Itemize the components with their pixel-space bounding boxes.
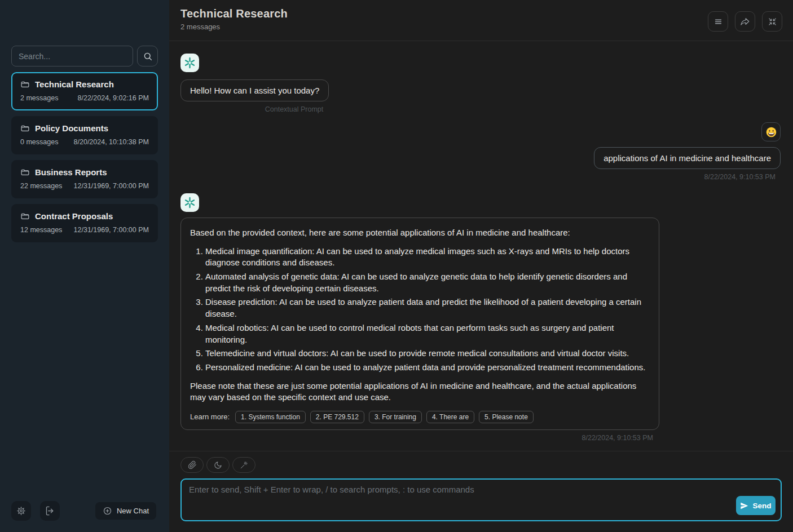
search-icon — [143, 51, 153, 61]
new-chat-button[interactable]: New Chat — [95, 502, 156, 520]
folder-icon — [20, 167, 30, 177]
message-input[interactable] — [182, 480, 781, 520]
chat-item-policy-documents[interactable]: Policy Documents 0 messages 8/20/2024, 1… — [11, 116, 158, 154]
chat-message-area: Hello! How can I assist you today? Conte… — [169, 41, 793, 451]
reply-outro: Please note that these are just some pot… — [190, 380, 650, 404]
reply-intro: Based on the provided context, here are … — [190, 227, 650, 239]
chat-title: Policy Documents — [35, 123, 108, 133]
collapse-button[interactable] — [762, 11, 782, 32]
learn-more-chip-1[interactable]: 1. Systems function — [235, 411, 306, 423]
assistant-avatar — [180, 54, 199, 72]
chat-item-meta: 22 messages 12/31/1969, 7:00:00 PM — [20, 182, 149, 190]
app-window: Technical Research 2 messages 8/22/2024,… — [0, 0, 793, 532]
chat-message-count: 2 messages — [20, 94, 58, 102]
learn-more-label: Learn more: — [190, 412, 230, 422]
page-subtitle: 2 messages — [180, 23, 793, 31]
chat-item-header: Business Reports — [20, 167, 149, 177]
menu-button[interactable] — [708, 11, 728, 32]
assistant-greeting-bubble: Hello! How can I assist you today? — [180, 79, 329, 101]
chat-message-count: 12 messages — [20, 226, 62, 234]
user-avatar-button[interactable] — [761, 122, 781, 141]
chat-item-header: Policy Documents — [20, 123, 149, 133]
chat-list: Technical Research 2 messages 8/22/2024,… — [11, 72, 158, 242]
page-title: Technical Research — [180, 7, 793, 20]
hamburger-menu-icon — [713, 17, 723, 26]
sidebar-search-row — [11, 46, 158, 66]
conversation-header: Technical Research 2 messages — [169, 0, 793, 41]
reply-list-item: Medical image quantification: AI can be … — [205, 246, 650, 269]
header-actions — [708, 11, 782, 32]
assistant-reply-bubble: Based on the provided context, here are … — [180, 218, 659, 430]
attach-button[interactable] — [180, 457, 204, 473]
learn-more-chip-4[interactable]: 4. There are — [426, 411, 474, 423]
sidebar-footer: New Chat — [0, 501, 169, 532]
assistant-message-reply: Based on the provided context, here are … — [180, 193, 782, 442]
openai-logo-icon — [183, 56, 196, 69]
chat-title: Business Reports — [35, 167, 107, 177]
chat-timestamp: 12/31/1969, 7:00:00 PM — [74, 182, 149, 190]
assistant-avatar — [180, 193, 199, 212]
assistant-reply-timestamp: 8/22/2024, 9:10:53 PM — [180, 434, 659, 442]
chat-item-business-reports[interactable]: Business Reports 22 messages 12/31/1969,… — [11, 160, 158, 198]
reply-list-item: Personalized medicine: AI can be used to… — [205, 362, 650, 374]
folder-icon — [20, 123, 30, 133]
logout-icon — [45, 506, 55, 516]
new-chat-label: New Chat — [117, 507, 149, 515]
grinning-emoji-icon — [765, 126, 777, 138]
plus-circle-icon — [103, 506, 112, 516]
paperclip-icon — [188, 460, 197, 469]
search-button[interactable] — [137, 46, 158, 66]
compress-arrows-icon — [768, 17, 777, 26]
reply-list-item: Disease prediction: AI can be used to an… — [205, 296, 650, 320]
chat-item-meta: 0 messages 8/20/2024, 10:10:38 PM — [20, 138, 149, 146]
share-icon — [740, 16, 750, 26]
chat-item-header: Technical Research — [20, 79, 149, 89]
contextual-prompt-label: Contextual Prompt — [180, 105, 329, 113]
user-message-timestamp: 8/22/2024, 9:10:53 PM — [704, 173, 781, 181]
main-panel: Technical Research 2 messages — [169, 0, 793, 532]
learn-more-chip-3[interactable]: 3. For training — [369, 411, 422, 423]
moon-icon — [214, 461, 222, 469]
user-message: applications of AI in medicine and healt… — [180, 122, 782, 181]
chat-item-meta: 12 messages 12/31/1969, 7:00:00 PM — [20, 226, 149, 234]
chat-message-count: 22 messages — [20, 182, 62, 190]
chat-item-header: Contract Proposals — [20, 211, 149, 221]
folder-icon — [20, 211, 30, 221]
chat-timestamp: 12/31/1969, 7:00:00 PM — [74, 226, 149, 234]
openai-logo-icon — [183, 196, 196, 209]
reply-list-item: Telemedicine and virtual doctors: AI can… — [205, 348, 650, 360]
settings-button[interactable] — [11, 501, 31, 521]
share-button[interactable] — [735, 11, 755, 32]
chat-title: Technical Research — [35, 79, 114, 89]
learn-more-chip-2[interactable]: 2. PE 729.512 — [310, 411, 364, 423]
reply-list-item: Automated analysis of genetic data: AI c… — [205, 271, 650, 294]
paper-plane-icon — [740, 502, 748, 510]
logout-button[interactable] — [40, 501, 60, 521]
composer: Send — [169, 451, 793, 532]
sidebar: Technical Research 2 messages 8/22/2024,… — [0, 0, 169, 532]
reply-list-item: Medical robotics: AI can be used to cont… — [205, 322, 650, 345]
composer-toolbar — [180, 457, 782, 473]
folder-icon — [20, 79, 30, 89]
chat-item-technical-research[interactable]: Technical Research 2 messages 8/22/2024,… — [11, 72, 158, 110]
magic-wand-icon — [240, 461, 248, 469]
chat-item-meta: 2 messages 8/22/2024, 9:02:16 PM — [20, 94, 149, 102]
chat-timestamp: 8/20/2024, 10:10:38 PM — [74, 138, 149, 146]
reply-list: Medical image quantification: AI can be … — [190, 246, 650, 374]
user-message-bubble: applications of AI in medicine and healt… — [594, 147, 781, 169]
gear-icon — [16, 506, 27, 516]
chat-title: Contract Proposals — [35, 211, 113, 221]
send-button[interactable]: Send — [736, 496, 776, 515]
learn-more-row: Learn more: 1. Systems function 2. PE 72… — [190, 411, 650, 423]
chat-timestamp: 8/22/2024, 9:02:16 PM — [78, 94, 149, 102]
prompt-wand-button[interactable] — [232, 457, 255, 473]
assistant-message-greeting: Hello! How can I assist you today? Conte… — [180, 54, 782, 113]
chat-item-contract-proposals[interactable]: Contract Proposals 12 messages 12/31/196… — [11, 204, 158, 242]
chat-message-count: 0 messages — [20, 138, 58, 146]
send-label: Send — [752, 502, 771, 510]
composer-input-wrap: Send — [180, 478, 782, 521]
learn-more-chip-5[interactable]: 5. Please note — [479, 411, 534, 423]
search-input[interactable] — [11, 46, 133, 66]
dark-mode-button[interactable] — [206, 457, 230, 473]
